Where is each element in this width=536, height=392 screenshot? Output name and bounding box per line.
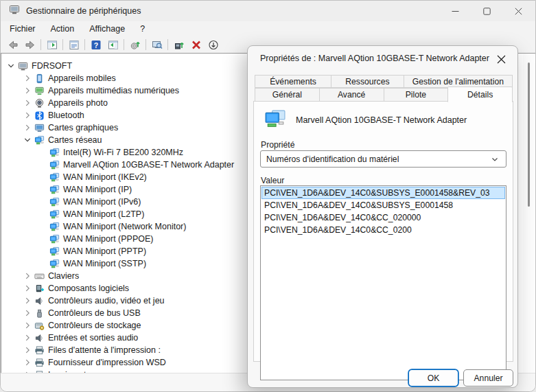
bluetooth-icon [34, 110, 45, 121]
remote-desktop-icon [152, 39, 163, 50]
toolbar-separator [40, 39, 41, 50]
menu-[interactable]: ? [138, 23, 152, 35]
computer-icon [9, 4, 20, 15]
cancel-button[interactable]: Annuler [463, 369, 513, 387]
tree-item-label: Fournisseur d'impression WSD [48, 358, 166, 367]
value-item[interactable]: PCI\VEN_1D6A&DEV_14C0&SUBSYS_E0001458&RE… [261, 187, 505, 199]
back-button[interactable] [4, 37, 21, 52]
tree-item-label: Intel(R) Wi-Fi 7 BE200 320MHz [63, 148, 183, 157]
chevron-right-icon[interactable] [22, 320, 33, 331]
tab-événements[interactable]: Événements [255, 75, 331, 88]
menu-fichier[interactable]: Fichier [8, 23, 43, 35]
speaker-icon [34, 332, 45, 343]
chevron-right-icon[interactable] [22, 332, 33, 343]
disable-device-button[interactable] [205, 37, 222, 52]
tree-item-label: Appareils mobiles [48, 73, 116, 83]
mobile-icon [34, 73, 45, 84]
close-button[interactable] [502, 1, 534, 21]
chevron-right-icon[interactable] [22, 97, 33, 108]
tree-item-label: Appareils photo [48, 98, 108, 108]
chevron-spacer [37, 233, 48, 244]
chevron-down-icon [489, 154, 500, 165]
ok-button[interactable]: OK [408, 369, 458, 387]
tab-général[interactable]: Général [255, 88, 320, 102]
chevron-right-icon[interactable] [22, 270, 33, 281]
chevron-spacer [37, 209, 48, 220]
tree-item-label: WAN Miniport (Network Monitor) [63, 222, 186, 231]
tree-item-label: WAN Miniport (PPTP) [63, 246, 146, 256]
chevron-spacer [37, 159, 48, 170]
forward-icon [25, 39, 36, 50]
action-pane-button[interactable] [104, 37, 121, 52]
tree-item-label: FDRSOFT [32, 61, 72, 71]
value-item[interactable]: PCI\VEN_1D6A&DEV_14C0&CC_020000 [261, 211, 505, 224]
display-icon [34, 122, 45, 133]
toolbar-separator [84, 39, 85, 50]
tree-item-label: Claviers [48, 271, 79, 281]
property-dropdown-value: Numéros d'identification du matériel [266, 154, 489, 164]
remote-desktop-button[interactable] [148, 37, 165, 52]
value-item[interactable]: PCI\VEN_1D6A&DEV_14C0&CC_0200 [261, 224, 505, 236]
help-button[interactable]: ? [87, 37, 104, 52]
chevron-spacer [37, 246, 48, 257]
tree-item-label: WAN Miniport (IKEv2) [63, 172, 147, 182]
property-label: Propriété [261, 140, 294, 150]
properties-button[interactable] [65, 37, 82, 52]
titlebar: Gestionnaire de périphériques [1, 1, 535, 21]
device-manager-icon [9, 4, 20, 18]
chevron-right-icon[interactable] [22, 357, 33, 368]
tree-item-label: Marvell AQtion 10GBASE-T Network Adapter [63, 160, 234, 170]
chevron-right-icon[interactable] [22, 110, 33, 121]
minimize-button[interactable] [439, 1, 471, 21]
chevron-down-icon[interactable] [22, 135, 33, 146]
software-icon [34, 283, 45, 294]
window-title: Gestionnaire de périphériques [26, 6, 141, 16]
chevron-right-icon[interactable] [22, 122, 33, 133]
update-driver-button[interactable] [170, 37, 187, 52]
scan-hardware-icon [130, 39, 141, 50]
tab-ressources[interactable]: Ressources [331, 75, 404, 88]
tree-scrollbar[interactable] [523, 54, 535, 373]
chevron-spacer [37, 172, 48, 183]
screen: Gestionnaire de périphériques FichierAct… [0, 0, 536, 392]
forward-button[interactable] [21, 37, 38, 52]
tree-item-label: Contrôleurs de bus USB [48, 308, 141, 318]
dialog-close-button[interactable] [491, 51, 511, 68]
uninstall-device-icon [191, 39, 202, 50]
scan-hardware-button[interactable] [126, 37, 143, 52]
chevron-right-icon[interactable] [22, 308, 33, 319]
menu-action[interactable]: Action [49, 23, 82, 35]
console-tree-button[interactable] [43, 37, 60, 52]
property-dropdown[interactable]: Numéros d'identification du matériel [260, 150, 506, 168]
tab-avancé[interactable]: Avancé [319, 88, 384, 102]
chevron-right-icon[interactable] [22, 283, 33, 294]
menu-bar: FichierActionAffichage? [1, 21, 535, 36]
uninstall-device-button[interactable] [187, 37, 205, 52]
scrollbar-thumb[interactable] [528, 62, 530, 207]
tree-item-label: Contrôleurs audio, vidéo et jeu [48, 296, 165, 305]
help-icon: ? [91, 39, 102, 50]
value-item[interactable]: PCI\VEN_1D6A&DEV_14C0&SUBSYS_E0001458 [261, 199, 505, 211]
chevron-spacer [37, 184, 48, 195]
tab-détails[interactable]: Détails [447, 87, 513, 102]
update-driver-icon [174, 39, 185, 50]
network-icon [49, 258, 60, 269]
tab-pilote[interactable]: Pilote [384, 88, 449, 102]
chevron-right-icon[interactable] [22, 295, 33, 306]
network-icon [49, 221, 60, 232]
chevron-down-icon[interactable] [5, 60, 16, 71]
maximize-button[interactable] [471, 1, 502, 21]
tree-item-label: WAN Miniport (L2TP) [63, 209, 144, 219]
chevron-right-icon[interactable] [22, 345, 33, 356]
dialog-title: Propriétés de : Marvell AQtion 10GBASE-T… [260, 54, 489, 63]
chevron-right-icon[interactable] [22, 73, 33, 84]
value-listbox[interactable]: PCI\VEN_1D6A&DEV_14C0&SUBSYS_E0001458&RE… [260, 185, 506, 380]
toolbar-separator [124, 39, 124, 50]
tree-item-label: WAN Miniport (IPv6) [63, 197, 141, 207]
toolbar-separator [145, 39, 146, 50]
media-icon [34, 85, 45, 96]
chevron-right-icon[interactable] [22, 85, 33, 96]
network-icon [49, 233, 60, 244]
network-icon [34, 135, 45, 146]
menu-affichage[interactable]: Affichage [87, 23, 132, 35]
